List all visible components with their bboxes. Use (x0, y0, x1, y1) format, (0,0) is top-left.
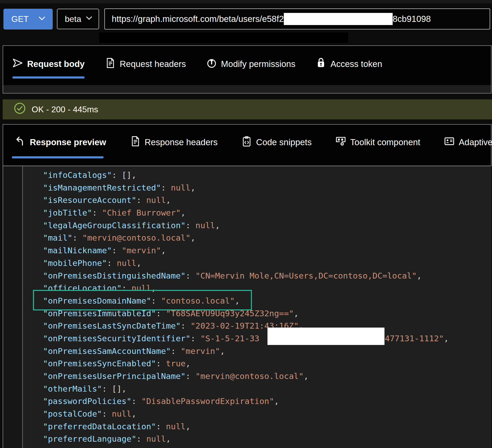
json-line: "onPremisesDistinguishedName": "CN=Mervi… (43, 270, 449, 282)
json-line: "mobilePhone": null, (43, 257, 449, 270)
tab-request-body[interactable]: Request body (12, 57, 85, 71)
tab-label: Response headers (145, 137, 218, 147)
url-text-prefix: https://graph.microsoft.com/beta/users/e… (112, 14, 284, 24)
json-line: "legalAgeGroupClassification": null, (43, 219, 449, 232)
json-line: "preferredLanguage": null, (43, 433, 449, 445)
json-line: "otherMails": [], (43, 383, 449, 395)
json-line: "mail": "mervin@contoso.local", (43, 232, 449, 244)
json-line: "jobTitle": "Chief Burrower", (43, 207, 449, 219)
tab-modify-permissions[interactable]: Modify permissions (206, 57, 295, 71)
url-text-suffix: 8cb91098 (393, 14, 431, 24)
undo-arrow-icon (14, 135, 26, 149)
tab-response-preview[interactable]: Response preview (14, 135, 106, 149)
success-check-icon (14, 102, 26, 116)
response-status-bar: OK - 200 - 445ms (3, 99, 492, 119)
http-method-label: GET (11, 14, 29, 24)
json-line: "onPremisesSecurityIdentifier": "S-1-5-2… (43, 332, 449, 345)
json-line: "preferredDataLocation": null, (43, 420, 449, 433)
graph-explorer-screen: GET beta https://graph.microsoft.com/bet… (0, 0, 492, 448)
highlight-box-onpremisesdomainname (33, 290, 252, 310)
tab-access-token[interactable]: Access token (315, 57, 382, 71)
tab-label: Toolkit component (350, 137, 420, 147)
card-icon (444, 135, 455, 149)
key-icon (206, 57, 217, 71)
http-method-dropdown[interactable]: GET (3, 9, 53, 30)
request-tabs: Request body Request headers Modify perm… (12, 55, 382, 73)
redaction-white-box (267, 328, 384, 345)
document-icon (104, 57, 116, 71)
api-version-label: beta (65, 14, 81, 24)
url-redaction-box (284, 13, 393, 25)
active-tab-underline (12, 156, 104, 158)
document-icon (129, 135, 141, 149)
tab-label: Request headers (120, 59, 186, 69)
json-line: "provisionedPlans": [ (43, 445, 449, 448)
tab-request-headers[interactable]: Request headers (104, 57, 186, 71)
response-tabs: Response preview Response headers Code s… (14, 134, 492, 151)
tab-label: Code snippets (256, 137, 312, 147)
tab-code-snippets[interactable]: Code snippets (241, 135, 312, 149)
active-tab-underline (12, 76, 85, 79)
tab-label: Request body (27, 59, 85, 69)
editor-left-gutter (3, 166, 22, 448)
tab-label: Response preview (30, 137, 106, 147)
tab-label: Modify permissions (221, 59, 295, 69)
json-line: "mailNickname": "mervin", (43, 244, 449, 257)
json-line: "onPremisesLastSyncDateTime": "2023-02-1… (43, 320, 449, 332)
json-line: "passwordPolicies": "DisablePasswordExpi… (43, 395, 449, 408)
tab-response-headers[interactable]: Response headers (129, 135, 218, 149)
request-panel-bottom-strip (3, 85, 491, 93)
code-clipboard-icon (241, 135, 252, 149)
json-line: "isResourceAccount": null, (43, 194, 449, 207)
status-text: OK - 200 - 445ms (32, 105, 98, 114)
json-line: "postalCode": null, (43, 408, 449, 420)
tab-adaptive-cards[interactable]: Adaptive cards (444, 135, 492, 149)
top-strip (0, 0, 492, 3)
component-gear-icon (335, 135, 347, 149)
send-icon (12, 57, 23, 71)
lock-icon (315, 57, 327, 71)
redaction-black-box (99, 32, 348, 43)
chevron-down-icon (85, 14, 93, 24)
tab-label: Adaptive cards (459, 137, 492, 147)
json-line: "isManagementRestricted": null, (43, 182, 449, 194)
api-version-dropdown[interactable]: beta (57, 9, 99, 29)
editor-gutter-divider (22, 166, 23, 448)
json-line: "onPremisesSyncEnabled": true, (43, 357, 449, 370)
json-line: "onPremisesSamAccountName": "mervin", (43, 345, 449, 358)
json-line: "onPremisesUserPrincipalName": "mervin@c… (43, 370, 449, 383)
tab-toolkit-component[interactable]: Toolkit component (335, 135, 420, 149)
chevron-down-icon (37, 14, 46, 25)
request-url-input[interactable]: https://graph.microsoft.com/beta/users/e… (104, 8, 490, 30)
json-line: "infoCatalogs": [], (43, 169, 449, 182)
tab-label: Access token (330, 59, 382, 69)
